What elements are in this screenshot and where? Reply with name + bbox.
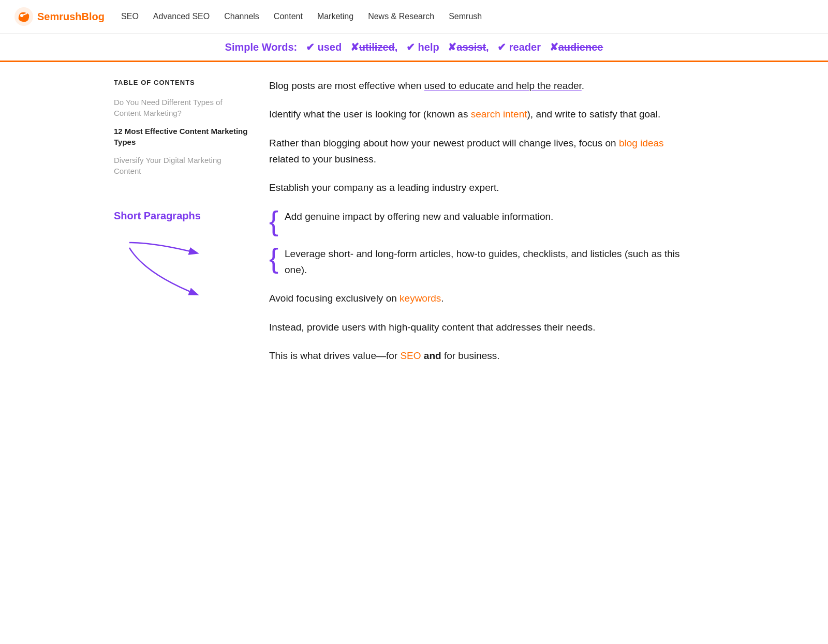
check-reader: ✔	[497, 41, 506, 53]
main-nav: SEO Advanced SEO Channels Content Market…	[121, 10, 814, 23]
check-help: ✔	[406, 41, 415, 53]
toc-title: TABLE OF CONTENTS	[114, 78, 248, 88]
nav-news-research[interactable]: News & Research	[368, 10, 434, 23]
para-2: Identify what the user is looking for (k…	[269, 106, 693, 122]
main-content: Blog posts are most effective when used …	[269, 78, 693, 376]
bracket-symbol-2: {	[269, 247, 278, 271]
para1-link[interactable]: used to educate and help the reader	[424, 80, 582, 91]
nav-semrush[interactable]: Semrush	[449, 10, 482, 23]
cross-audience: ✘	[550, 41, 558, 53]
readability-bar: Simple Words: ✔ used ✘utilized, ✔ help ✘…	[0, 34, 828, 62]
bracket-text-1: Add genuine impact by offering new and v…	[285, 208, 553, 224]
para-7: This is what drives value—for SEO and fo…	[269, 348, 693, 364]
seo-link[interactable]: SEO	[400, 350, 421, 361]
annotation-arrows	[114, 232, 217, 336]
para-5: Avoid focusing exclusively on keywords.	[269, 290, 693, 306]
toc-item-3[interactable]: Diversify Your Digital Marketing Content	[114, 155, 248, 176]
cross-utilized: ✘	[350, 41, 359, 53]
nav-seo[interactable]: SEO	[121, 10, 139, 23]
check-used: ✔	[306, 41, 315, 53]
bracket-symbol-1: {	[269, 209, 278, 233]
logo-text: SemrushBlog	[37, 8, 105, 25]
word-reader: reader	[506, 41, 541, 53]
para-3: Rather than blogging about how your newe…	[269, 135, 693, 168]
site-header: SemrushBlog SEO Advanced SEO Channels Co…	[0, 0, 828, 34]
cross-assist: ✘	[448, 41, 456, 53]
bracket-para-2: { Leverage short- and long-form articles…	[269, 246, 693, 278]
blog-ideas-link[interactable]: blog ideas	[619, 138, 664, 148]
toc-item-1[interactable]: Do You Need Different Types of Content M…	[114, 97, 248, 118]
logo[interactable]: SemrushBlog	[14, 7, 105, 26]
nav-channels[interactable]: Channels	[224, 10, 259, 23]
search-intent-link[interactable]: search intent	[471, 109, 527, 119]
word-utilized: utilized	[359, 41, 395, 53]
nav-content[interactable]: Content	[274, 10, 303, 23]
word-used: used	[315, 41, 342, 53]
short-paragraphs-annotation: Short Paragraphs	[114, 207, 248, 340]
para-4: Establish your company as a leading indu…	[269, 179, 693, 196]
semrush-logo-icon	[14, 7, 33, 26]
bracket-para-1: { Add genuine impact by offering new and…	[269, 208, 693, 233]
bracket-text-2: Leverage short- and long-form articles, …	[285, 246, 693, 278]
word-assist: assist	[456, 41, 486, 53]
word-help: help	[415, 41, 439, 53]
nav-advanced-seo[interactable]: Advanced SEO	[153, 10, 210, 23]
para7-bold: and	[424, 350, 441, 361]
main-layout: TABLE OF CONTENTS Do You Need Different …	[103, 62, 724, 392]
nav-marketing[interactable]: Marketing	[317, 10, 353, 23]
para-6: Instead, provide users with high-quality…	[269, 319, 693, 335]
toc-item-2[interactable]: 12 Most Effective Content Marketing Type…	[114, 126, 248, 147]
para-1: Blog posts are most effective when used …	[269, 78, 693, 94]
readability-label: Simple Words:	[225, 41, 298, 53]
short-paragraphs-label: Short Paragraphs	[114, 207, 248, 224]
sidebar: TABLE OF CONTENTS Do You Need Different …	[114, 78, 248, 376]
word-audience: audience	[558, 41, 603, 53]
keywords-link[interactable]: keywords	[400, 293, 441, 304]
